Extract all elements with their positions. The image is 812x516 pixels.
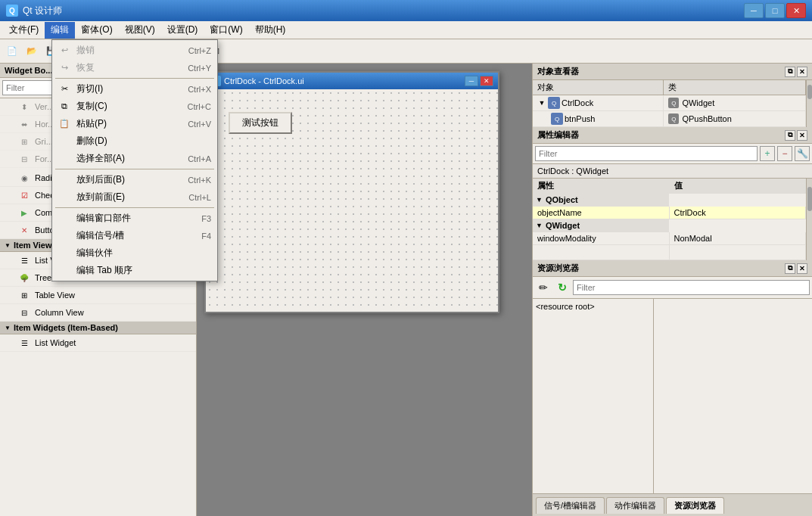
prop-col-name: 属性 — [537, 181, 554, 190]
checkbox-icon: ☑ — [18, 189, 30, 201]
remove-property-button[interactable]: − — [777, 146, 792, 161]
object-row-ctrldock[interactable]: ▼ Q CtrlDock Q QWidget — [533, 95, 806, 111]
menu-window[interactable]: 窗口(W) — [204, 22, 248, 39]
listwidget-icon: ☰ — [18, 337, 30, 349]
menu-help[interactable]: 帮助(H) — [249, 22, 292, 39]
menu-window2[interactable]: 窗体(O) — [75, 22, 118, 39]
object-inspector-content: 对象 类 ▼ Q CtrlDock — [533, 80, 812, 127]
menu-editwidgets[interactable]: 编辑窗口部件 F3 — [52, 210, 217, 227]
menu-editsignals[interactable]: 编辑信号/槽 F4 — [52, 227, 217, 244]
ctrldock-name: CtrlDock — [562, 98, 593, 107]
menu-paste[interactable]: 📋 粘贴(P) Ctrl+V — [52, 115, 217, 132]
redo-icon: ↪ — [58, 62, 70, 74]
vertical-icon: ⬍ — [18, 101, 30, 113]
menu-bar: 文件(F) 编辑 窗体(O) 视图(V) 设置(D) 窗口(W) 帮助(H) — [0, 21, 812, 39]
widget-item-tableview[interactable]: ⊞ Table View — [0, 287, 196, 304]
canvas-area[interactable]: Q CtrlDock - CtrlDock.ui ─ ✕ 测试按钮 — [197, 64, 532, 516]
widget-item-columnview[interactable]: ⊟ Column View — [0, 304, 196, 322]
object-scrollbar[interactable] — [806, 80, 812, 127]
menu-file[interactable]: 文件(F) — [3, 22, 45, 39]
menu-copy[interactable]: ⧉ 复制(C) Ctrl+C — [52, 98, 217, 115]
object-row-btnpush[interactable]: Q btnPush Q QPushButton — [533, 111, 806, 127]
menu-selectall[interactable]: 选择全部(A) Ctrl+A — [52, 150, 217, 167]
menu-toback[interactable]: 放到后面(B) Ctrl+K — [52, 171, 217, 188]
close-button[interactable]: ✕ — [786, 3, 806, 18]
refresh-resource-button[interactable]: ↻ — [554, 279, 571, 296]
menu-editbuddy[interactable]: 编辑伙伴 — [52, 244, 217, 262]
tab-resources[interactable]: 资源浏览器 — [666, 497, 724, 514]
resource-files — [654, 299, 812, 493]
menu-sep1 — [55, 78, 214, 79]
menu-settings[interactable]: 设置(D) — [161, 22, 204, 39]
form-title: CtrlDock - CtrlDock.ui — [224, 76, 463, 85]
qobject-label: QObject — [546, 195, 578, 204]
prop-row-windowmodality[interactable]: windowModality NonModal — [533, 232, 806, 245]
object-table: 对象 类 ▼ Q CtrlDock — [533, 80, 806, 127]
close-panel-button[interactable]: ✕ — [797, 67, 807, 77]
resource-tree: <resource root> — [533, 299, 654, 493]
ctrldock-class: Q QWidget — [668, 98, 801, 108]
menu-sep2 — [55, 169, 214, 169]
restore-button[interactable]: □ — [765, 3, 785, 18]
toolbar-open[interactable]: 📂 — [23, 42, 41, 61]
delete-icon — [58, 135, 70, 148]
wrench-button[interactable]: 🔧 — [795, 146, 810, 161]
form-content[interactable]: 测试按钮 — [206, 89, 498, 312]
minimize-button[interactable]: ─ — [744, 3, 764, 18]
qwidget-label: QWidget — [546, 221, 580, 230]
resource-browser: 资源浏览器 ⧉ ✕ ✏ ↻ <resource root> 信号/槽编辑器 动作… — [533, 260, 812, 516]
treeview-icon: 🌳 — [18, 272, 30, 284]
commandlink-icon: ▶ — [18, 207, 30, 219]
menu-tofront[interactable]: 放到前面(E) Ctrl+L — [52, 188, 217, 206]
edit-resource-button[interactable]: ✏ — [535, 279, 552, 296]
prop-section-qobject: ▼ QObject — [533, 194, 806, 207]
prop-scroll-thumb — [807, 187, 812, 211]
col-object: 对象 — [533, 80, 664, 95]
property-scrollbar[interactable] — [806, 179, 812, 260]
app-icon: Q — [6, 5, 18, 17]
ctrldock-icon: Q — [548, 97, 560, 109]
object-table-wrap: 对象 类 ▼ Q CtrlDock — [533, 80, 806, 127]
menu-edit[interactable]: 编辑 — [45, 22, 75, 39]
expand-icon[interactable]: ▼ — [537, 98, 546, 107]
section-itemwidgets[interactable]: ▼ Item Widgets (Item-Based) — [0, 322, 196, 334]
menu-view[interactable]: 视图(V) — [119, 22, 161, 39]
menu-cut[interactable]: ✂ 剪切(I) Ctrl+X — [52, 80, 217, 98]
undo-icon: ↩ — [58, 45, 70, 57]
resource-root-label: <resource root> — [536, 302, 595, 311]
form-test-button[interactable]: 测试按钮 — [229, 112, 292, 134]
tab-signals[interactable]: 信号/槽编辑器 — [536, 497, 605, 514]
qobject-expand: ▼ — [536, 196, 543, 204]
menu-delete[interactable]: 删除(D) — [52, 132, 217, 150]
editwidgets-icon — [58, 213, 70, 225]
float-btn3[interactable]: ⧉ — [785, 263, 795, 274]
float-btn2[interactable]: ⧉ — [785, 130, 795, 141]
form-close[interactable]: ✕ — [480, 76, 493, 86]
widget-item-listwidget[interactable]: ☰ List Widget — [0, 334, 196, 352]
prop-row-objectname[interactable]: objectName CtrlDock — [533, 207, 806, 219]
menu-edittaborder[interactable]: 编辑 Tab 顺序 — [52, 262, 217, 279]
menu-undo[interactable]: ↩ 撤销 Ctrl+Z — [52, 42, 217, 59]
tab-actions[interactable]: 动作编辑器 — [606, 497, 664, 514]
prop-value-windowmodality[interactable]: NonModal — [669, 232, 806, 245]
window-title: Qt 设计师 — [23, 5, 744, 17]
form-window: Q CtrlDock - CtrlDock.ui ─ ✕ 测试按钮 — [204, 71, 499, 313]
resource-browser-title: 资源浏览器 — [537, 263, 579, 274]
editsignals-icon — [58, 230, 70, 242]
tofront-icon — [58, 191, 70, 204]
add-property-button[interactable]: + — [760, 146, 775, 161]
prop-value-objectname[interactable]: CtrlDock — [669, 207, 806, 219]
listview-icon: ☰ — [18, 254, 30, 266]
close-panel-btn3[interactable]: ✕ — [797, 263, 807, 274]
toback-icon — [58, 174, 70, 186]
close-panel-btn2[interactable]: ✕ — [797, 130, 807, 141]
columnview-icon: ⊟ — [18, 306, 30, 319]
resource-toolbar: ✏ ↻ — [533, 277, 812, 299]
property-filter-input[interactable] — [535, 146, 758, 161]
float-button[interactable]: ⧉ — [785, 67, 795, 77]
object-inspector: 对象查看器 ⧉ ✕ 对象 类 — [533, 64, 812, 127]
form-minimize[interactable]: ─ — [465, 76, 478, 86]
resource-filter-input[interactable] — [573, 280, 810, 295]
toolbar-new[interactable]: 📄 — [3, 42, 21, 61]
menu-redo[interactable]: ↪ 恢复 Ctrl+Y — [52, 59, 217, 76]
